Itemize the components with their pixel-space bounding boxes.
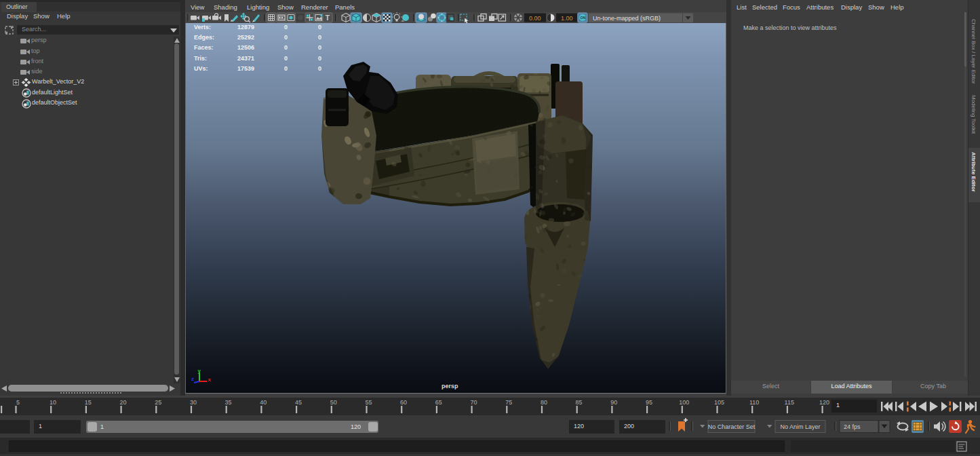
svg-text:35: 35	[225, 399, 232, 406]
svg-text:85: 85	[576, 399, 583, 406]
svg-text:80: 80	[541, 399, 547, 406]
svg-text:No Anim Layer: No Anim Layer	[780, 423, 820, 430]
svg-text:75: 75	[505, 399, 512, 406]
svg-text:105: 105	[714, 399, 724, 406]
svg-text:x: x	[208, 377, 212, 383]
svg-text:115: 115	[785, 399, 794, 406]
svg-text:110: 110	[749, 399, 759, 406]
svg-text:No Character Set: No Character Set	[708, 423, 756, 430]
svg-text:70: 70	[470, 399, 477, 406]
svg-text:100: 100	[679, 399, 689, 406]
svg-text:1.00: 1.00	[561, 15, 573, 22]
svg-text:90: 90	[610, 399, 617, 406]
svg-text:120: 120	[819, 399, 829, 406]
svg-text:25: 25	[155, 399, 161, 406]
svg-text:5: 5	[16, 399, 20, 406]
svg-text:10: 10	[50, 399, 56, 406]
svg-text:50: 50	[330, 399, 337, 406]
svg-text:55: 55	[365, 399, 372, 406]
svg-text:z: z	[191, 376, 194, 382]
svg-text:60: 60	[400, 399, 407, 406]
svg-text:20: 20	[119, 399, 126, 406]
svg-text:40: 40	[260, 399, 267, 406]
svg-text:y: y	[198, 368, 201, 374]
svg-text:ON: ON	[580, 16, 585, 20]
svg-text:0.00: 0.00	[529, 15, 541, 22]
svg-text:30: 30	[190, 399, 197, 406]
svg-text:65: 65	[435, 399, 442, 406]
svg-text:T: T	[326, 14, 330, 22]
svg-text:24 fps: 24 fps	[844, 423, 861, 430]
svg-text:15: 15	[85, 399, 92, 406]
svg-text:45: 45	[295, 399, 302, 406]
svg-text:Un-tone-mapped (sRGB): Un-tone-mapped (sRGB)	[593, 15, 661, 22]
svg-text:95: 95	[646, 399, 652, 406]
